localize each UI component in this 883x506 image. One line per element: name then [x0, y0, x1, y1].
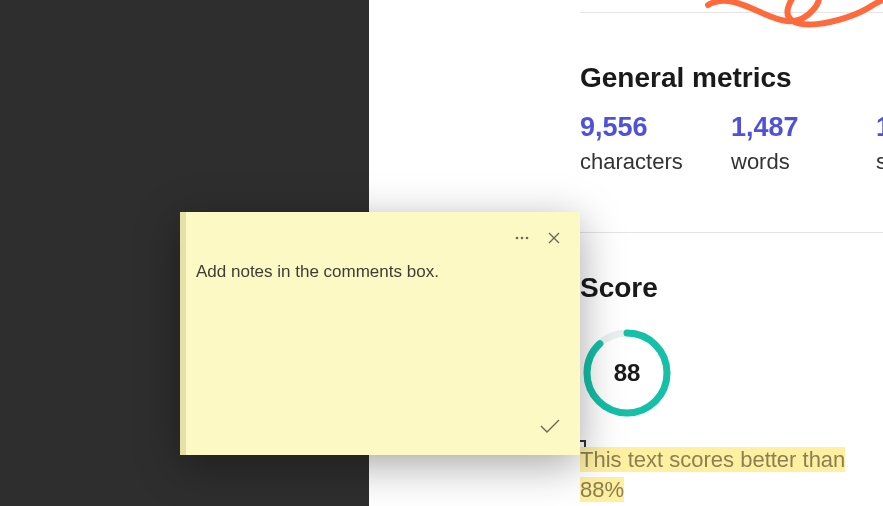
metric-label: characters [580, 149, 683, 175]
score-value: 88 [580, 326, 674, 420]
section-divider [580, 232, 883, 233]
score-heading: Score [580, 272, 658, 304]
more-icon[interactable] [514, 230, 530, 246]
score-description: This text scores better than 88% of all … [580, 445, 883, 506]
general-metrics-heading: General metrics [580, 62, 792, 94]
metric-value: 9,556 [580, 112, 683, 143]
metric-label: s [876, 149, 883, 175]
metric-value: 1 [876, 112, 883, 143]
metric-label: words [731, 149, 799, 175]
score-description-highlight: This text scores better than 88% [580, 447, 845, 502]
metric-partial: 1 s [876, 112, 883, 175]
signature-scribble [703, 0, 883, 65]
svg-point-4 [526, 237, 529, 240]
metric-words: 1,487 words [731, 112, 799, 175]
score-ring: 88 [580, 326, 674, 420]
metric-value: 1,487 [731, 112, 799, 143]
svg-point-2 [516, 237, 519, 240]
metric-characters: 9,556 characters [580, 112, 683, 175]
comment-note[interactable]: Add notes in the comments box. [180, 212, 580, 455]
note-accent-bar [180, 212, 186, 455]
svg-point-3 [521, 237, 524, 240]
check-icon[interactable] [540, 419, 560, 437]
note-placeholder-text[interactable]: Add notes in the comments box. [196, 262, 439, 282]
close-icon[interactable] [546, 230, 562, 246]
